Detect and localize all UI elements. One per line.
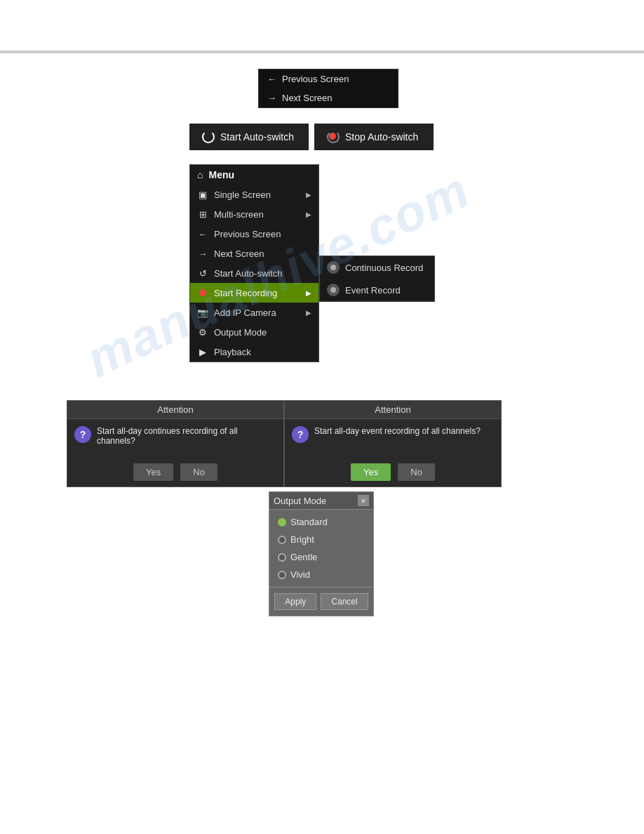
- cancel-button[interactable]: Cancel: [321, 593, 368, 610]
- previous-screen-label: Previous Screen: [214, 229, 281, 239]
- prev-screen-label: Previous Screen: [282, 74, 349, 84]
- output-mode-title: Output Mode: [274, 496, 326, 506]
- add-ip-camera-label: Add IP Camera: [214, 307, 276, 318]
- radio-vivid: [278, 571, 286, 579]
- attention-message-2: Start all-day event recording of all cha…: [314, 426, 481, 436]
- start-autoswitch-label: Start Auto-switch: [220, 131, 294, 143]
- cm-start-autoswitch[interactable]: ↺ Start Auto-switch: [190, 263, 318, 283]
- settings-icon: ⚙: [197, 326, 208, 338]
- stop-autoswitch-label: Stop Auto-switch: [345, 131, 418, 143]
- camera-icon: 📷: [197, 307, 208, 318]
- attention-icon-2: ?: [292, 426, 309, 443]
- left-arrow-icon: ←: [267, 74, 276, 84]
- single-screen-arrow: ▶: [306, 191, 311, 199]
- recording-submenu: Continuous Record Event Record: [319, 256, 435, 302]
- output-mode-section: Output Mode × Standard Bright Gentle Viv…: [269, 491, 374, 616]
- option-gentle-label: Gentle: [290, 552, 317, 562]
- previous-screen-icon: ←: [197, 228, 208, 239]
- multi-screen-label: Multi-screen: [214, 209, 264, 220]
- option-bright-label: Bright: [290, 534, 314, 545]
- recording-icon: [197, 287, 208, 298]
- attention-section: Attention ? Start all-day continues reco…: [67, 400, 502, 487]
- playback-label: Playback: [214, 347, 251, 357]
- playback-icon: ▶: [197, 346, 208, 357]
- output-mode-titlebar: Output Mode ×: [269, 492, 373, 510]
- output-mode-close-button[interactable]: ×: [358, 495, 369, 506]
- attention2-no-button[interactable]: No: [398, 463, 435, 481]
- menu-header-label: Menu: [208, 169, 234, 180]
- attention-footer-2: Yes No: [285, 458, 501, 486]
- continuous-record-item[interactable]: Continuous Record: [320, 256, 434, 279]
- multi-screen-arrow: ▶: [306, 211, 311, 218]
- add-ip-camera-arrow: ▶: [306, 309, 311, 317]
- option-bright[interactable]: Bright: [278, 534, 365, 545]
- cm-previous-screen[interactable]: ← Previous Screen: [190, 224, 318, 244]
- attention-dialog-1: Attention ? Start all-day continues reco…: [67, 400, 284, 487]
- option-vivid[interactable]: Vivid: [278, 569, 365, 580]
- autoswitch-section: Start Auto-switch Stop Auto-switch: [189, 124, 434, 150]
- attention2-yes-button[interactable]: Yes: [351, 463, 391, 481]
- output-mode-footer: Apply Cancel: [269, 587, 373, 616]
- cm-add-ip-camera[interactable]: 📷 Add IP Camera ▶: [190, 303, 318, 322]
- next-screen-icon: →: [197, 248, 208, 259]
- stop-autoswitch-button[interactable]: Stop Auto-switch: [314, 124, 434, 150]
- start-recording-label: Start Recording: [214, 288, 277, 298]
- home-icon: ⌂: [197, 169, 203, 180]
- output-mode-label: Output Mode: [214, 327, 267, 338]
- start-autoswitch-cm-label: Start Auto-switch: [214, 268, 283, 279]
- continuous-record-icon: [327, 261, 340, 274]
- radio-bright: [278, 536, 286, 544]
- attention-body-2: ? Start all-day event recording of all c…: [285, 419, 501, 458]
- context-menu: ⌂ Menu ▣ Single Screen ▶ ⊞ Multi-screen …: [189, 164, 319, 362]
- single-screen-icon: ▣: [197, 189, 208, 200]
- context-menu-wrapper: ⌂ Menu ▣ Single Screen ▶ ⊞ Multi-screen …: [189, 164, 435, 362]
- option-standard[interactable]: Standard: [278, 517, 365, 527]
- apply-button[interactable]: Apply: [274, 593, 316, 610]
- next-screen-label2: Next Screen: [214, 249, 264, 259]
- cm-multi-screen[interactable]: ⊞ Multi-screen ▶: [190, 204, 318, 224]
- event-record-icon: [327, 284, 340, 296]
- single-screen-label: Single Screen: [214, 190, 271, 200]
- attention-title-1: Attention: [67, 401, 283, 419]
- option-gentle[interactable]: Gentle: [278, 552, 365, 562]
- cm-single-screen[interactable]: ▣ Single Screen ▶: [190, 185, 318, 204]
- prev-screen-item[interactable]: ← Previous Screen: [259, 70, 398, 88]
- start-recording-arrow: ▶: [306, 289, 311, 297]
- attention-title-2: Attention: [285, 401, 501, 419]
- attention-dialog-2: Attention ? Start all-day event recordin…: [284, 400, 502, 487]
- prev-next-menu: ← Previous Screen → Next Screen: [258, 69, 398, 108]
- right-arrow-icon: →: [267, 93, 276, 103]
- autoswitch-icon: ↺: [197, 267, 208, 279]
- attention-message-1: Start all-day continues recording of all…: [97, 426, 276, 446]
- menu-header: ⌂ Menu: [190, 165, 318, 185]
- top-nav-bar: [0, 51, 644, 53]
- stop-refresh-icon: [327, 131, 340, 143]
- cm-start-recording[interactable]: Start Recording ▶: [190, 283, 318, 303]
- refresh-icon: [202, 131, 215, 143]
- attention-body-1: ? Start all-day continues recording of a…: [67, 419, 283, 458]
- start-autoswitch-button[interactable]: Start Auto-switch: [189, 124, 309, 150]
- cm-next-screen[interactable]: → Next Screen: [190, 244, 318, 263]
- attention-icon-1: ?: [74, 426, 91, 443]
- continuous-record-label: Continuous Record: [345, 263, 423, 273]
- radio-standard: [278, 518, 286, 527]
- output-mode-body: Standard Bright Gentle Vivid: [269, 510, 373, 587]
- attention-footer-1: Yes No: [67, 458, 283, 486]
- multi-screen-icon: ⊞: [197, 208, 208, 220]
- radio-gentle: [278, 553, 286, 562]
- option-standard-label: Standard: [290, 517, 328, 527]
- output-mode-dialog: Output Mode × Standard Bright Gentle Viv…: [269, 491, 374, 616]
- next-screen-label: Next Screen: [282, 93, 333, 103]
- option-vivid-label: Vivid: [290, 569, 310, 580]
- cm-playback[interactable]: ▶ Playback: [190, 342, 318, 362]
- event-record-item[interactable]: Event Record: [320, 279, 434, 301]
- attention1-no-button[interactable]: No: [180, 463, 217, 481]
- event-record-label: Event Record: [345, 285, 401, 296]
- next-screen-item[interactable]: → Next Screen: [259, 88, 398, 107]
- cm-output-mode[interactable]: ⚙ Output Mode: [190, 322, 318, 342]
- attention1-yes-button[interactable]: Yes: [133, 463, 173, 481]
